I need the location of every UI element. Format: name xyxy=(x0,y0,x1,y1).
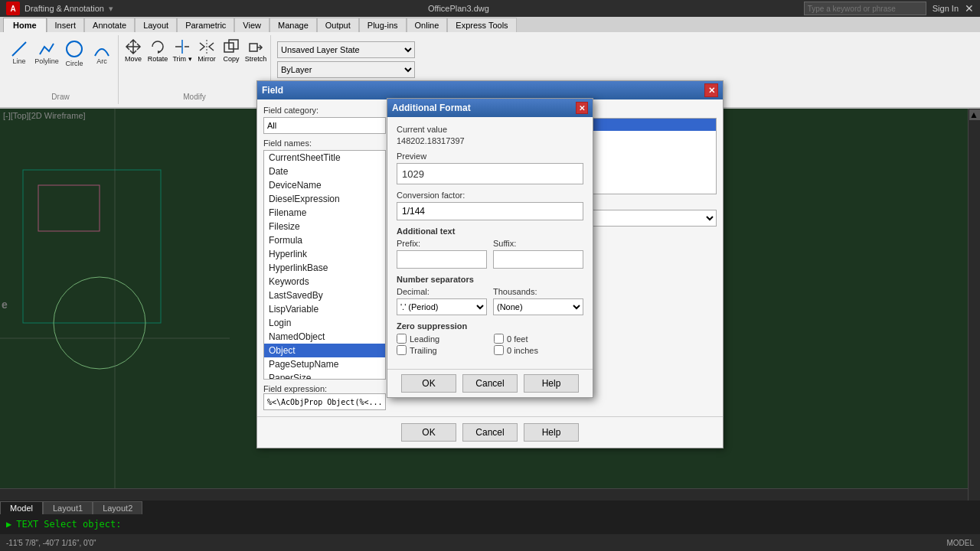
field-name-date[interactable]: Date xyxy=(264,165,385,178)
decimal-label: Decimal: xyxy=(397,287,487,296)
zero-feet-checkbox[interactable] xyxy=(494,334,504,344)
leading-label: Leading xyxy=(410,334,439,344)
zero-inches-checkbox[interactable] xyxy=(494,345,504,355)
bottom-scrollbar[interactable] xyxy=(0,488,968,500)
trim-icon[interactable]: Trim ▾ xyxy=(171,38,194,63)
status-bar: -11'5 7/8", -40'7 1/16", 0'0" MODEL xyxy=(0,534,980,551)
command-bar: ▶ TEXT Select object: xyxy=(0,514,980,534)
conversion-factor-label: Conversion factor: xyxy=(397,191,583,200)
field-name-login[interactable]: Login xyxy=(264,316,385,330)
stretch-icon[interactable]: Stretch xyxy=(244,38,267,63)
svg-rect-1 xyxy=(38,185,100,231)
app-logo: A xyxy=(6,2,20,15)
sign-in-link[interactable]: Sign In xyxy=(933,4,959,13)
tab-layout2[interactable]: Layout2 xyxy=(93,501,142,514)
command-icon: ▶ xyxy=(6,519,11,530)
search-input[interactable] xyxy=(804,2,926,15)
title-bar: A Drafting & Annotation ▾ OfficePlan3.dw… xyxy=(0,0,980,17)
field-category-input[interactable] xyxy=(263,117,386,134)
mirror-icon[interactable]: Mirror xyxy=(195,38,218,63)
tab-model[interactable]: Model xyxy=(0,501,43,514)
close-icon[interactable]: ✕ xyxy=(965,2,974,15)
field-name-diesel[interactable]: DieselExpression xyxy=(264,192,385,206)
add-format-close[interactable]: ✕ xyxy=(576,102,588,114)
coordinates-display: -11'5 7/8", -40'7 1/16", 0'0" xyxy=(6,539,96,547)
field-cancel-button[interactable]: Cancel xyxy=(462,423,518,442)
field-name-namedobject[interactable]: NamedObject xyxy=(264,330,385,344)
workspace-label: Drafting & Annotation xyxy=(24,4,104,13)
trailing-label: Trailing xyxy=(410,346,437,355)
field-name-currentsheet[interactable]: CurrentSheetTitle xyxy=(264,151,385,165)
field-dialog-title: Field xyxy=(262,85,283,96)
field-name-papersize[interactable]: PaperSize xyxy=(264,371,385,380)
copy-icon[interactable]: Copy xyxy=(220,38,243,63)
field-dialog-titlebar: Field ✕ xyxy=(257,81,723,99)
draw-group: Line Polyline Circle Arc Draw xyxy=(3,35,119,104)
circle-icon[interactable]: Circle xyxy=(61,38,87,67)
prefix-input[interactable] xyxy=(397,250,487,269)
field-name-lispvar[interactable]: LispVariable xyxy=(264,302,385,316)
field-dialog-close[interactable]: ✕ xyxy=(704,83,718,97)
trailing-checkbox[interactable] xyxy=(397,345,407,355)
field-name-devicename[interactable]: DeviceName xyxy=(264,178,385,192)
tab-view[interactable]: View xyxy=(234,18,270,32)
tab-annotate[interactable]: Annotate xyxy=(84,18,135,32)
tab-online[interactable]: Online xyxy=(407,18,448,32)
tab-home[interactable]: Home xyxy=(3,18,47,32)
add-format-titlebar: Additional Format ✕ xyxy=(387,99,593,117)
field-name-formula[interactable]: Formula xyxy=(264,233,385,247)
rotate-icon[interactable]: Rotate xyxy=(146,38,169,63)
tab-parametric[interactable]: Parametric xyxy=(177,18,234,32)
svg-rect-0 xyxy=(23,170,161,323)
move-icon[interactable]: Move xyxy=(122,38,145,63)
suffix-label: Suffix: xyxy=(493,239,583,248)
svg-rect-13 xyxy=(250,44,257,51)
suffix-input[interactable] xyxy=(493,250,583,269)
field-name-object[interactable]: Object xyxy=(264,344,385,357)
field-name-lastsavedby[interactable]: LastSavedBy xyxy=(264,289,385,302)
field-names-listbox[interactable]: CurrentSheetTitle Date DeviceName Diesel… xyxy=(263,150,386,380)
tab-layout1[interactable]: Layout1 xyxy=(43,501,93,514)
field-name-hyperlink[interactable]: Hyperlink xyxy=(264,247,385,261)
decimal-select[interactable]: '.' (Period) ',' (Comma) xyxy=(397,298,487,315)
tab-layout[interactable]: Layout xyxy=(135,18,177,32)
zero-inches-label: 0 inches xyxy=(507,346,538,355)
current-value-label: Current value xyxy=(397,125,583,134)
field-expression-input[interactable] xyxy=(263,393,386,410)
tab-plugins[interactable]: Plug-ins xyxy=(359,18,407,32)
field-name-filesize[interactable]: Filesize xyxy=(264,220,385,233)
zero-feet-label: 0 feet xyxy=(507,334,528,344)
polyline-icon[interactable]: Polyline xyxy=(34,38,60,67)
field-name-keywords[interactable]: Keywords xyxy=(264,275,385,289)
thousands-select[interactable]: (None) ',' (Comma) '.' (Period) xyxy=(493,298,583,315)
field-help-button[interactable]: Help xyxy=(524,423,579,442)
tab-output[interactable]: Output xyxy=(317,18,359,32)
tab-express-tools[interactable]: Express Tools xyxy=(447,18,516,32)
add-format-ok-button[interactable]: OK xyxy=(401,374,456,393)
modify-group-label: Modify xyxy=(122,93,267,103)
draw-group-label: Draw xyxy=(6,93,115,103)
layer-dropdown[interactable]: ByLayer xyxy=(277,61,415,78)
add-format-help-button[interactable]: Help xyxy=(524,374,579,393)
current-value-display: 148202.18317397 xyxy=(397,136,583,145)
title-filename: OfficePlan3.dwg xyxy=(428,4,489,13)
modify-group: Move Rotate Trim ▾ Mirror Copy Stretch xyxy=(119,35,271,104)
wireframe-label: [-][Top][2D Wireframe] xyxy=(3,111,86,120)
tab-manage[interactable]: Manage xyxy=(270,18,317,32)
line-icon[interactable]: Line xyxy=(6,38,32,67)
field-expression-label: Field expression: xyxy=(263,384,386,393)
tab-insert[interactable]: Insert xyxy=(47,18,85,32)
arc-icon[interactable]: Arc xyxy=(89,38,115,67)
tab-bar: Model Layout1 Layout2 xyxy=(0,501,142,514)
leading-checkbox[interactable] xyxy=(397,334,407,344)
field-name-filename[interactable]: Filename xyxy=(264,206,385,220)
ribbon-tab-bar: Home Insert Annotate Layout Parametric V… xyxy=(0,17,980,32)
field-name-hyperlinkbase[interactable]: HyperlinkBase xyxy=(264,261,385,275)
scroll-up-btn[interactable]: ▲ xyxy=(969,109,980,120)
right-scrollbar[interactable]: ▲ xyxy=(968,109,980,500)
layer-state-dropdown[interactable]: Unsaved Layer State xyxy=(277,41,415,58)
field-name-pagesetup[interactable]: PageSetupName xyxy=(264,357,385,371)
add-format-cancel-button[interactable]: Cancel xyxy=(462,374,518,393)
conversion-factor-input[interactable] xyxy=(397,202,583,220)
field-ok-button[interactable]: OK xyxy=(401,423,456,442)
